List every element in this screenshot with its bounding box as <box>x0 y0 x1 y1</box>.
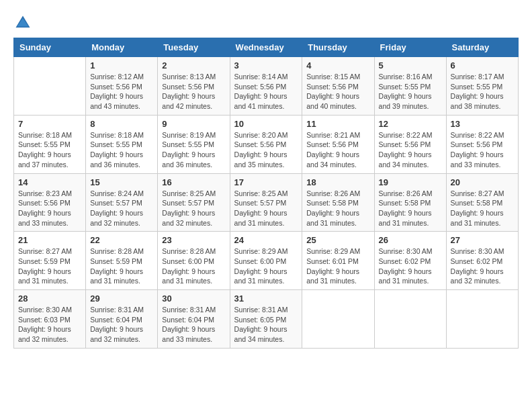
day-number: 15 <box>90 177 153 187</box>
day-number: 19 <box>379 177 442 187</box>
calendar-body: 1Sunrise: 8:12 AMSunset: 5:56 PMDaylight… <box>14 57 519 349</box>
day-number: 22 <box>90 235 153 245</box>
calendar-cell: 7Sunrise: 8:18 AMSunset: 5:55 PMDaylight… <box>14 115 86 173</box>
day-number: 11 <box>306 119 369 129</box>
day-number: 31 <box>234 293 298 304</box>
day-info: Sunrise: 8:18 AMSunset: 5:55 PMDaylight:… <box>18 130 81 170</box>
week-row-1: 1Sunrise: 8:12 AMSunset: 5:56 PMDaylight… <box>14 57 519 116</box>
day-number: 20 <box>451 177 514 187</box>
logo <box>13 13 35 32</box>
calendar-cell: 14Sunrise: 8:23 AMSunset: 5:56 PMDayligh… <box>14 173 86 232</box>
day-number: 6 <box>451 60 514 71</box>
day-number: 24 <box>234 235 298 245</box>
day-info: Sunrise: 8:26 AMSunset: 5:58 PMDaylight:… <box>379 189 442 228</box>
calendar-cell: 9Sunrise: 8:19 AMSunset: 5:55 PMDaylight… <box>158 115 230 173</box>
day-number: 5 <box>379 60 442 71</box>
day-info: Sunrise: 8:28 AMSunset: 5:59 PMDaylight:… <box>90 246 153 286</box>
week-row-4: 21Sunrise: 8:27 AMSunset: 5:59 PMDayligh… <box>14 232 519 290</box>
column-header-tuesday: Tuesday <box>158 38 230 57</box>
day-info: Sunrise: 8:15 AMSunset: 5:56 PMDaylight:… <box>306 72 369 111</box>
day-number: 1 <box>90 60 153 71</box>
calendar-cell: 31Sunrise: 8:31 AMSunset: 6:05 PMDayligh… <box>230 290 302 349</box>
day-info: Sunrise: 8:20 AMSunset: 5:56 PMDaylight:… <box>234 130 298 170</box>
logo-icon <box>13 13 32 32</box>
day-number: 4 <box>306 60 369 71</box>
column-header-thursday: Thursday <box>302 38 374 57</box>
calendar-header: SundayMondayTuesdayWednesdayThursdayFrid… <box>14 38 519 57</box>
day-number: 30 <box>162 293 225 304</box>
day-info: Sunrise: 8:26 AMSunset: 5:58 PMDaylight:… <box>306 189 369 228</box>
day-number: 10 <box>234 119 298 129</box>
calendar-cell: 2Sunrise: 8:13 AMSunset: 5:56 PMDaylight… <box>158 57 230 116</box>
day-number: 3 <box>234 60 298 71</box>
day-info: Sunrise: 8:12 AMSunset: 5:56 PMDaylight:… <box>90 72 153 111</box>
calendar-cell: 23Sunrise: 8:28 AMSunset: 6:00 PMDayligh… <box>158 232 230 290</box>
day-number: 17 <box>234 177 298 187</box>
calendar-cell: 27Sunrise: 8:30 AMSunset: 6:02 PMDayligh… <box>446 232 518 290</box>
day-info: Sunrise: 8:22 AMSunset: 5:56 PMDaylight:… <box>379 130 442 170</box>
day-number: 13 <box>451 119 514 129</box>
day-info: Sunrise: 8:31 AMSunset: 6:04 PMDaylight:… <box>90 305 153 345</box>
day-info: Sunrise: 8:14 AMSunset: 5:56 PMDaylight:… <box>234 72 298 111</box>
day-info: Sunrise: 8:22 AMSunset: 5:56 PMDaylight:… <box>451 130 514 170</box>
calendar-cell: 28Sunrise: 8:30 AMSunset: 6:03 PMDayligh… <box>14 290 86 349</box>
calendar-cell: 3Sunrise: 8:14 AMSunset: 5:56 PMDaylight… <box>230 57 302 116</box>
column-header-sunday: Sunday <box>14 38 86 57</box>
day-number: 27 <box>451 235 514 245</box>
calendar-cell: 25Sunrise: 8:29 AMSunset: 6:01 PMDayligh… <box>302 232 374 290</box>
calendar-cell: 6Sunrise: 8:17 AMSunset: 5:55 PMDaylight… <box>446 57 518 116</box>
day-info: Sunrise: 8:31 AMSunset: 6:04 PMDaylight:… <box>162 305 225 345</box>
day-number: 7 <box>18 119 81 129</box>
day-info: Sunrise: 8:29 AMSunset: 6:01 PMDaylight:… <box>306 246 369 286</box>
calendar-cell: 20Sunrise: 8:27 AMSunset: 5:58 PMDayligh… <box>446 173 518 232</box>
day-info: Sunrise: 8:23 AMSunset: 5:56 PMDaylight:… <box>18 189 81 228</box>
calendar-cell: 1Sunrise: 8:12 AMSunset: 5:56 PMDaylight… <box>86 57 158 116</box>
day-number: 23 <box>162 235 225 245</box>
day-info: Sunrise: 8:17 AMSunset: 5:55 PMDaylight:… <box>451 72 514 111</box>
day-info: Sunrise: 8:13 AMSunset: 5:56 PMDaylight:… <box>162 72 225 111</box>
calendar-cell <box>446 290 518 349</box>
day-info: Sunrise: 8:31 AMSunset: 6:05 PMDaylight:… <box>234 305 298 345</box>
column-header-friday: Friday <box>374 38 446 57</box>
day-number: 16 <box>162 177 225 187</box>
day-info: Sunrise: 8:25 AMSunset: 5:57 PMDaylight:… <box>234 189 298 228</box>
day-info: Sunrise: 8:21 AMSunset: 5:56 PMDaylight:… <box>306 130 369 170</box>
week-row-3: 14Sunrise: 8:23 AMSunset: 5:56 PMDayligh… <box>14 173 519 232</box>
calendar-cell: 15Sunrise: 8:24 AMSunset: 5:57 PMDayligh… <box>86 173 158 232</box>
calendar-cell: 10Sunrise: 8:20 AMSunset: 5:56 PMDayligh… <box>230 115 302 173</box>
calendar-cell: 26Sunrise: 8:30 AMSunset: 6:02 PMDayligh… <box>374 232 446 290</box>
day-number: 8 <box>90 119 153 129</box>
page-header <box>13 13 519 32</box>
day-number: 21 <box>18 235 81 245</box>
day-number: 28 <box>18 293 81 304</box>
day-number: 26 <box>379 235 442 245</box>
calendar-cell: 8Sunrise: 8:18 AMSunset: 5:55 PMDaylight… <box>86 115 158 173</box>
day-number: 2 <box>162 60 225 71</box>
calendar-cell: 4Sunrise: 8:15 AMSunset: 5:56 PMDaylight… <box>302 57 374 116</box>
day-info: Sunrise: 8:29 AMSunset: 6:00 PMDaylight:… <box>234 246 298 286</box>
calendar-cell: 18Sunrise: 8:26 AMSunset: 5:58 PMDayligh… <box>302 173 374 232</box>
day-info: Sunrise: 8:25 AMSunset: 5:57 PMDaylight:… <box>162 189 225 228</box>
day-number: 12 <box>379 119 442 129</box>
week-row-5: 28Sunrise: 8:30 AMSunset: 6:03 PMDayligh… <box>14 290 519 349</box>
day-info: Sunrise: 8:30 AMSunset: 6:03 PMDaylight:… <box>18 305 81 345</box>
day-number: 14 <box>18 177 81 187</box>
day-info: Sunrise: 8:30 AMSunset: 6:02 PMDaylight:… <box>379 246 442 286</box>
calendar-cell: 29Sunrise: 8:31 AMSunset: 6:04 PMDayligh… <box>86 290 158 349</box>
day-number: 29 <box>90 293 153 304</box>
calendar-cell <box>374 290 446 349</box>
day-info: Sunrise: 8:30 AMSunset: 6:02 PMDaylight:… <box>451 246 514 286</box>
calendar-cell: 12Sunrise: 8:22 AMSunset: 5:56 PMDayligh… <box>374 115 446 173</box>
day-number: 9 <box>162 119 225 129</box>
day-number: 25 <box>306 235 369 245</box>
calendar-cell: 24Sunrise: 8:29 AMSunset: 6:00 PMDayligh… <box>230 232 302 290</box>
calendar-cell <box>14 57 86 116</box>
day-info: Sunrise: 8:27 AMSunset: 5:59 PMDaylight:… <box>18 246 81 286</box>
column-header-wednesday: Wednesday <box>230 38 302 57</box>
calendar-cell: 30Sunrise: 8:31 AMSunset: 6:04 PMDayligh… <box>158 290 230 349</box>
day-number: 18 <box>306 177 369 187</box>
calendar-cell: 17Sunrise: 8:25 AMSunset: 5:57 PMDayligh… <box>230 173 302 232</box>
column-header-saturday: Saturday <box>446 38 518 57</box>
day-info: Sunrise: 8:27 AMSunset: 5:58 PMDaylight:… <box>451 189 514 228</box>
calendar-table: SundayMondayTuesdayWednesdayThursdayFrid… <box>13 38 519 349</box>
